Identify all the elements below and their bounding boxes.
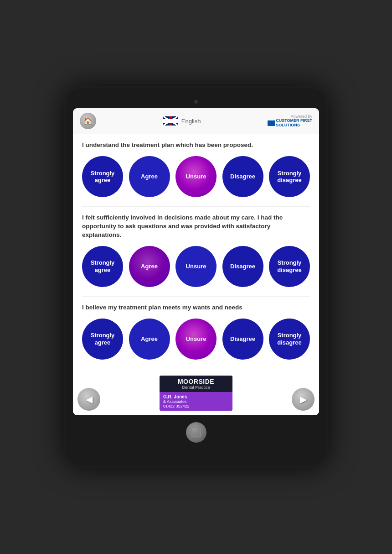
question-2-options: Strongly agree Agree Unsure Disagree Str…	[82, 246, 310, 287]
q1-agree-button[interactable]: Agree	[129, 156, 170, 197]
q2-unsure-button[interactable]: Unsure	[175, 246, 217, 287]
footer-area: ◀ MOORSIDE Dental Practice G.R. Jones & …	[73, 373, 319, 415]
q3-strongly-disagree-button[interactable]: Strongly disagree	[269, 319, 310, 360]
uk-flag-icon	[163, 116, 178, 125]
practice-subtitle: Dental Practice	[163, 385, 229, 390]
tablet-device: 🏠 English Powered by CUSTOMER FIRSTSOLUT…	[64, 86, 328, 467]
brand-text: CUSTOMER FIRSTSOLUTIONS	[276, 119, 312, 128]
tablet-camera	[194, 100, 198, 104]
screen-content: I understand the treatment plan which ha…	[73, 134, 319, 373]
q3-unsure-button[interactable]: Unsure	[175, 319, 217, 360]
question-block-1: I understand the treatment plan which ha…	[82, 141, 310, 197]
screen-header: 🏠 English Powered by CUSTOMER FIRSTSOLUT…	[73, 108, 319, 134]
tablet-screen: 🏠 English Powered by CUSTOMER FIRSTSOLUT…	[73, 108, 319, 415]
q2-disagree-button[interactable]: Disagree	[222, 246, 263, 287]
flag-cross	[163, 116, 178, 125]
separator-2	[82, 296, 310, 297]
question-1-options: Strongly agree Agree Unsure Disagree Str…	[82, 156, 310, 197]
home-button-inner	[191, 427, 201, 437]
flag-area: English	[101, 116, 263, 125]
language-label: English	[181, 118, 201, 125]
forward-arrow-button[interactable]: ▶	[292, 388, 315, 411]
q3-strongly-agree-button[interactable]: Strongly agree	[82, 319, 123, 360]
practice-card-body: G.R. Jones & Associates 01422 352422	[160, 392, 232, 411]
q2-strongly-disagree-button[interactable]: Strongly disagree	[269, 246, 310, 287]
question-block-3: I believe my treatment plan meets my wan…	[82, 303, 310, 360]
practice-phone: 01422 352422	[163, 404, 229, 408]
separator-1	[82, 206, 310, 207]
q2-strongly-agree-button[interactable]: Strongly agree	[82, 246, 123, 287]
tablet-home-physical-button[interactable]	[186, 422, 206, 443]
practice-card-header: MOORSIDE Dental Practice	[160, 376, 232, 392]
back-arrow-button[interactable]: ◀	[77, 388, 100, 411]
brand-name: CUSTOMER FIRSTSOLUTIONS	[268, 119, 312, 128]
q3-disagree-button[interactable]: Disagree	[222, 319, 263, 360]
cfs-icon	[268, 120, 275, 126]
q1-unsure-button[interactable]: Unsure	[175, 156, 217, 197]
q2-agree-button[interactable]: Agree	[129, 246, 170, 287]
practice-card: MOORSIDE Dental Practice G.R. Jones & As…	[160, 376, 232, 411]
doctor-name: G.R. Jones	[163, 394, 229, 399]
question-3-text: I believe my treatment plan meets my wan…	[82, 303, 310, 312]
question-1-text: I understand the treatment plan which ha…	[82, 141, 310, 150]
brand-logo: Powered by CUSTOMER FIRSTSOLUTIONS	[268, 114, 312, 128]
q1-strongly-disagree-button[interactable]: Strongly disagree	[269, 156, 310, 197]
doctor-associates: & Associates	[163, 399, 229, 404]
q1-disagree-button[interactable]: Disagree	[222, 156, 263, 197]
question-3-options: Strongly agree Agree Unsure Disagree Str…	[82, 319, 310, 360]
practice-name: MOORSIDE	[163, 378, 229, 385]
q1-strongly-agree-button[interactable]: Strongly agree	[82, 156, 123, 197]
question-block-2: I felt sufficiently involved in decision…	[82, 214, 310, 287]
question-2-text: I felt sufficiently involved in decision…	[82, 214, 310, 240]
q3-agree-button[interactable]: Agree	[129, 319, 170, 360]
home-button[interactable]: 🏠	[80, 113, 96, 129]
